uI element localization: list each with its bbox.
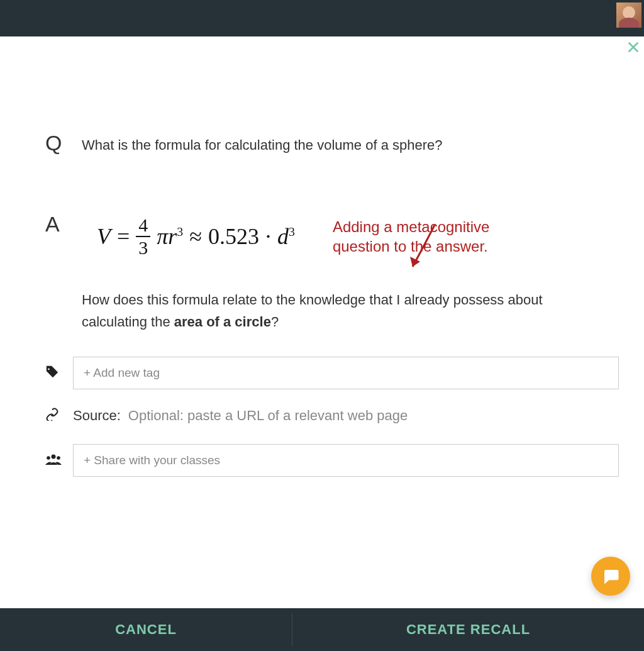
svg-point-2 [57,456,60,460]
answer-letter: A [45,212,82,236]
answer-row: A V = 43 πr3 ≈ 0.523 · d3 Adding a metac… [45,212,619,344]
followup-post: ? [271,314,279,330]
annotation-text: Adding a metacognitive question to the a… [333,217,547,256]
user-avatar[interactable] [616,3,641,28]
svg-point-0 [52,454,56,459]
svg-point-1 [47,456,50,460]
source-row: Source: [45,407,619,424]
bottombar: CANCEL CREATE RECALL [0,608,644,651]
cancel-button[interactable]: CANCEL [0,608,292,651]
question-letter: Q [45,131,82,155]
question-row: Q What is the formula for calculating th… [45,131,619,155]
chat-fab[interactable] [591,557,630,596]
answer-body[interactable]: V = 43 πr3 ≈ 0.523 · d3 Adding a metacog… [82,212,619,344]
recall-editor: Q What is the formula for calculating th… [0,36,644,608]
share-input[interactable] [73,444,619,477]
users-icon [45,453,73,468]
followup-pre: How does this formula relate to the know… [82,292,543,330]
tag-row [45,357,619,389]
followup-bold: area of a circle [174,314,271,330]
tag-icon [45,365,73,382]
link-icon [45,407,73,424]
source-label: Source: [73,408,121,424]
question-text[interactable]: What is the formula for calculating the … [82,131,443,155]
topbar [0,0,644,36]
source-input[interactable] [128,408,619,424]
chat-icon [601,567,620,586]
share-row [45,444,619,477]
tag-input[interactable] [73,357,619,389]
create-recall-button[interactable]: CREATE RECALL [292,608,644,651]
formula-wrap: V = 43 πr3 ≈ 0.523 · d3 Adding a metacog… [82,216,619,257]
followup-question[interactable]: How does this formula relate to the know… [82,289,597,333]
formula: V = 43 πr3 ≈ 0.523 · d3 [82,216,295,257]
